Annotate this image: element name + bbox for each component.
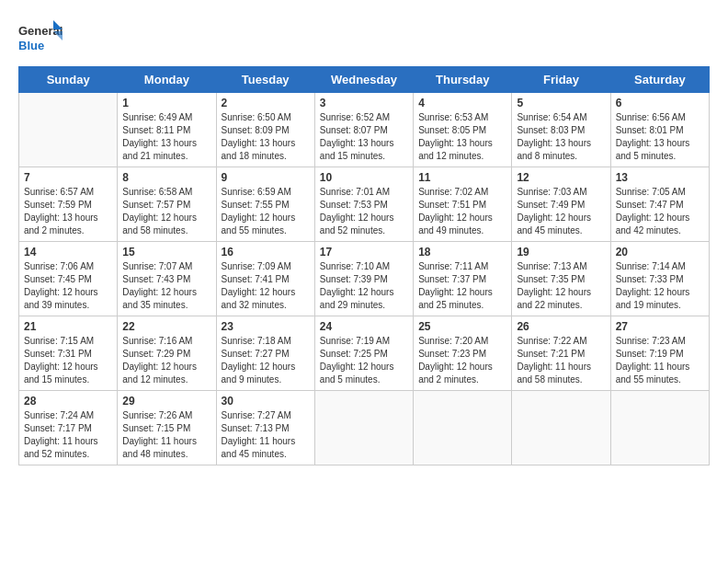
day-number: 3	[320, 97, 408, 109]
daylight-text: Daylight: 12 hours and 15 minutes.	[24, 362, 98, 385]
day-number: 21	[24, 320, 112, 333]
sunrise-text: Sunrise: 7:09 AM	[222, 261, 291, 271]
sunset-text: Sunset: 8:11 PM	[122, 125, 190, 135]
logo: General Blue	[18, 18, 64, 57]
header-row: SundayMondayTuesdayWednesdayThursdayFrid…	[19, 67, 710, 93]
sunset-text: Sunset: 7:33 PM	[616, 274, 684, 284]
day-header-tuesday: Tuesday	[216, 67, 314, 93]
calendar-cell: 20 Sunrise: 7:14 AM Sunset: 7:33 PM Dayl…	[610, 242, 709, 316]
calendar-cell: 19 Sunrise: 7:13 AM Sunset: 7:35 PM Dayl…	[512, 242, 610, 316]
daylight-text: Daylight: 11 hours and 45 minutes.	[222, 436, 296, 459]
calendar-cell: 12 Sunrise: 7:03 AM Sunset: 7:49 PM Dayl…	[512, 167, 610, 242]
sunrise-text: Sunrise: 7:14 AM	[616, 261, 686, 271]
sunrise-text: Sunrise: 7:05 AM	[616, 187, 686, 197]
cell-info: Sunrise: 7:18 AM Sunset: 7:27 PM Dayligh…	[222, 335, 310, 386]
sunrise-text: Sunrise: 6:49 AM	[122, 112, 192, 122]
day-number: 24	[320, 320, 408, 333]
cell-info: Sunrise: 6:49 AM Sunset: 8:11 PM Dayligh…	[122, 111, 210, 163]
day-number: 16	[222, 246, 310, 259]
cell-info: Sunrise: 7:09 AM Sunset: 7:41 PM Dayligh…	[222, 260, 310, 312]
cell-info: Sunrise: 7:07 AM Sunset: 7:43 PM Dayligh…	[122, 260, 210, 312]
day-number: 22	[122, 320, 210, 333]
sunset-text: Sunset: 7:31 PM	[24, 349, 92, 359]
day-number: 11	[418, 171, 506, 184]
calendar-cell	[512, 391, 610, 465]
day-header-sunday: Sunday	[19, 67, 118, 93]
sunset-text: Sunset: 7:17 PM	[24, 423, 92, 433]
daylight-text: Daylight: 12 hours and 12 minutes.	[122, 362, 197, 385]
cell-info: Sunrise: 7:23 AM Sunset: 7:19 PM Dayligh…	[616, 335, 704, 386]
day-number: 5	[517, 97, 605, 109]
sunset-text: Sunset: 7:19 PM	[616, 349, 684, 359]
cell-info: Sunrise: 6:54 AM Sunset: 8:03 PM Dayligh…	[517, 111, 605, 163]
day-header-saturday: Saturday	[610, 67, 709, 93]
calendar-cell: 26 Sunrise: 7:22 AM Sunset: 7:21 PM Dayl…	[512, 316, 610, 391]
cell-info: Sunrise: 7:13 AM Sunset: 7:35 PM Dayligh…	[517, 260, 605, 312]
sunrise-text: Sunrise: 7:06 AM	[24, 261, 94, 271]
daylight-text: Daylight: 12 hours and 42 minutes.	[616, 213, 690, 236]
sunset-text: Sunset: 7:13 PM	[222, 423, 290, 433]
sunset-text: Sunset: 7:47 PM	[616, 200, 684, 210]
sunrise-text: Sunrise: 7:03 AM	[517, 187, 586, 197]
sunset-text: Sunset: 7:55 PM	[222, 200, 290, 210]
day-number: 17	[320, 246, 408, 259]
day-number: 1	[122, 97, 210, 109]
day-number: 28	[24, 395, 112, 408]
sunrise-text: Sunrise: 6:52 AM	[320, 112, 390, 122]
calendar-cell: 7 Sunrise: 6:57 AM Sunset: 7:59 PM Dayli…	[19, 167, 118, 242]
calendar-cell	[414, 391, 512, 465]
sunset-text: Sunset: 8:03 PM	[517, 125, 585, 135]
sunrise-text: Sunrise: 7:19 AM	[320, 336, 390, 346]
cell-info: Sunrise: 7:06 AM Sunset: 7:45 PM Dayligh…	[24, 260, 112, 312]
daylight-text: Daylight: 12 hours and 39 minutes.	[24, 287, 98, 310]
cell-info: Sunrise: 6:50 AM Sunset: 8:09 PM Dayligh…	[222, 111, 310, 163]
calendar-cell: 18 Sunrise: 7:11 AM Sunset: 7:37 PM Dayl…	[414, 242, 512, 316]
cell-info: Sunrise: 7:24 AM Sunset: 7:17 PM Dayligh…	[24, 409, 112, 461]
sunset-text: Sunset: 7:59 PM	[24, 200, 92, 210]
daylight-text: Daylight: 12 hours and 2 minutes.	[418, 362, 493, 385]
calendar-cell: 5 Sunrise: 6:54 AM Sunset: 8:03 PM Dayli…	[512, 93, 610, 167]
daylight-text: Daylight: 13 hours and 5 minutes.	[616, 138, 690, 161]
cell-info: Sunrise: 7:26 AM Sunset: 7:15 PM Dayligh…	[122, 409, 210, 461]
day-number: 10	[320, 171, 408, 184]
day-number: 14	[24, 246, 112, 259]
sunset-text: Sunset: 7:27 PM	[222, 349, 290, 359]
daylight-text: Daylight: 11 hours and 52 minutes.	[24, 436, 98, 459]
day-header-friday: Friday	[512, 67, 610, 93]
cell-info: Sunrise: 6:57 AM Sunset: 7:59 PM Dayligh…	[24, 186, 112, 237]
sunset-text: Sunset: 7:51 PM	[418, 200, 486, 210]
cell-info: Sunrise: 7:02 AM Sunset: 7:51 PM Dayligh…	[418, 186, 506, 237]
sunrise-text: Sunrise: 6:53 AM	[418, 112, 488, 122]
sunrise-text: Sunrise: 7:23 AM	[616, 336, 686, 346]
cell-info: Sunrise: 7:11 AM Sunset: 7:37 PM Dayligh…	[418, 260, 506, 312]
calendar-cell: 11 Sunrise: 7:02 AM Sunset: 7:51 PM Dayl…	[414, 167, 512, 242]
sunrise-text: Sunrise: 7:13 AM	[517, 261, 586, 271]
daylight-text: Daylight: 11 hours and 55 minutes.	[616, 362, 690, 385]
sunrise-text: Sunrise: 7:24 AM	[24, 410, 94, 420]
sunset-text: Sunset: 7:29 PM	[122, 349, 190, 359]
daylight-text: Daylight: 12 hours and 52 minutes.	[320, 213, 394, 236]
daylight-text: Daylight: 12 hours and 32 minutes.	[222, 287, 296, 310]
calendar-cell: 25 Sunrise: 7:20 AM Sunset: 7:23 PM Dayl…	[414, 316, 512, 391]
cell-info: Sunrise: 7:15 AM Sunset: 7:31 PM Dayligh…	[24, 335, 112, 386]
sunset-text: Sunset: 7:39 PM	[320, 274, 388, 284]
calendar-cell: 23 Sunrise: 7:18 AM Sunset: 7:27 PM Dayl…	[216, 316, 314, 391]
sunset-text: Sunset: 7:37 PM	[418, 274, 486, 284]
day-number: 9	[222, 171, 310, 184]
calendar-cell: 13 Sunrise: 7:05 AM Sunset: 7:47 PM Dayl…	[610, 167, 709, 242]
calendar-cell: 24 Sunrise: 7:19 AM Sunset: 7:25 PM Dayl…	[314, 316, 413, 391]
sunrise-text: Sunrise: 6:56 AM	[616, 112, 686, 122]
day-number: 2	[222, 97, 310, 109]
cell-info: Sunrise: 7:05 AM Sunset: 7:47 PM Dayligh…	[616, 186, 704, 237]
calendar-cell: 22 Sunrise: 7:16 AM Sunset: 7:29 PM Dayl…	[118, 316, 216, 391]
daylight-text: Daylight: 13 hours and 15 minutes.	[320, 138, 394, 161]
cell-info: Sunrise: 7:03 AM Sunset: 7:49 PM Dayligh…	[517, 186, 605, 237]
calendar-cell: 30 Sunrise: 7:27 AM Sunset: 7:13 PM Dayl…	[216, 391, 314, 465]
calendar-cell: 3 Sunrise: 6:52 AM Sunset: 8:07 PM Dayli…	[314, 93, 413, 167]
sunset-text: Sunset: 7:43 PM	[122, 274, 190, 284]
sunset-text: Sunset: 8:05 PM	[418, 125, 486, 135]
calendar-table: SundayMondayTuesdayWednesdayThursdayFrid…	[18, 66, 710, 465]
calendar-cell: 6 Sunrise: 6:56 AM Sunset: 8:01 PM Dayli…	[610, 93, 709, 167]
sunset-text: Sunset: 8:07 PM	[320, 125, 388, 135]
cell-info: Sunrise: 6:59 AM Sunset: 7:55 PM Dayligh…	[222, 186, 310, 237]
